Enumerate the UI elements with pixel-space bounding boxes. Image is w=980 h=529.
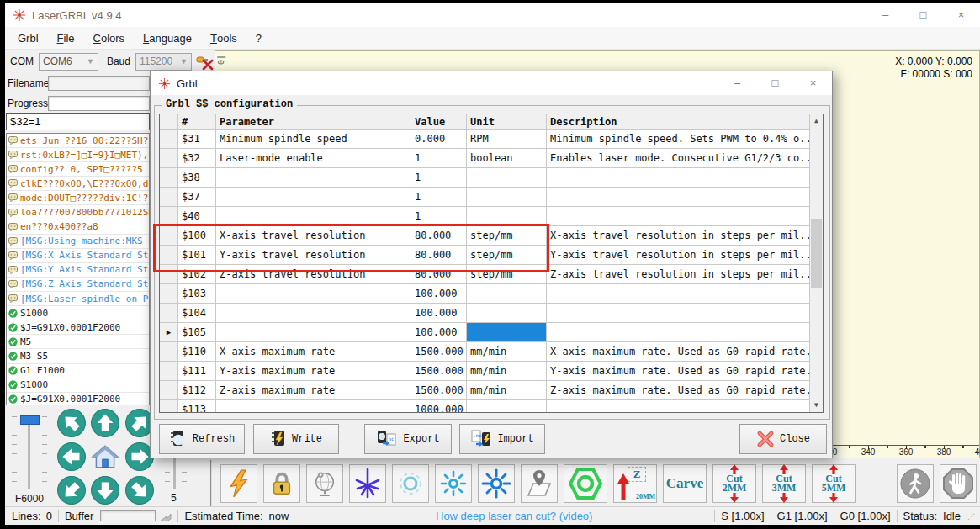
cell-parameter[interactable]: Z-axis travel resolution [216, 265, 411, 283]
cell-param-id[interactable]: $105 [178, 323, 216, 341]
scrollbar-thumb[interactable] [811, 219, 822, 288]
stop-button[interactable] [940, 464, 977, 503]
table-row[interactable]: $401 [160, 207, 823, 226]
row-selector[interactable] [160, 188, 178, 206]
close-button[interactable]: × [942, 3, 980, 27]
log-item[interactable]: M3 S5 [7, 349, 149, 363]
cell-description[interactable] [547, 400, 811, 413]
row-selector[interactable] [160, 207, 178, 225]
cell-unit[interactable]: boolean [467, 149, 547, 167]
table-row[interactable]: $100X-axis travel resolution80.000step/m… [160, 226, 823, 246]
write-button[interactable]: Write [253, 424, 339, 454]
log-item[interactable]: G1 F1000 [7, 364, 149, 378]
cell-value[interactable]: 80.000 [411, 246, 467, 264]
cell-param-id[interactable]: $111 [178, 362, 216, 380]
minimize-button[interactable]: – [866, 3, 904, 27]
cell-value[interactable]: 80.000 [411, 265, 467, 283]
scroll-down-icon[interactable]: ▼ [810, 399, 823, 412]
cell-unit[interactable] [467, 400, 547, 413]
config-table[interactable]: #ParameterValueUnitDescription $31Minimu… [159, 114, 824, 413]
log-item[interactable]: clkE???0x00,\E???0x00,dE? [7, 177, 149, 191]
frame-button[interactable] [564, 464, 607, 503]
jog-up-button[interactable] [90, 408, 120, 438]
log-item[interactable]: $J=G91X0.0001F2000 [7, 320, 149, 335]
row-selector[interactable] [160, 168, 178, 187]
home-button[interactable] [90, 442, 120, 472]
log-item[interactable]: config?? 0, SPI□?????5 [7, 162, 149, 177]
com-port-select[interactable]: COM6 ▼ [39, 53, 98, 71]
dialog-titlebar[interactable]: Grbl – □ × [151, 71, 832, 95]
cell-description[interactable] [547, 188, 811, 206]
help-video-link[interactable]: How deep laser can cut? (video) [436, 510, 592, 522]
cell-parameter[interactable] [216, 304, 411, 322]
table-row[interactable]: $110X-axis maximum rate1500.000mm/minX-a… [160, 342, 823, 362]
table-row[interactable]: $1131000.000 [160, 400, 823, 413]
cell-value[interactable]: 1 [411, 188, 467, 206]
cell-unit[interactable] [467, 168, 547, 187]
menu-item-file[interactable]: File [48, 27, 84, 49]
disconnect-button[interactable] [195, 52, 215, 71]
cell-description[interactable] [547, 168, 811, 187]
row-selector[interactable] [160, 246, 178, 264]
menu-item-tools[interactable]: Tools [201, 27, 246, 49]
row-selector[interactable]: ▶ [160, 323, 178, 341]
table-row[interactable]: $31Minimum spindle speed0.000RPMMinimum … [160, 130, 823, 149]
scroll-up-icon[interactable]: ▲ [810, 114, 823, 128]
cell-unit[interactable] [467, 207, 547, 225]
cell-value[interactable]: 1 [411, 168, 467, 187]
jog-down-button[interactable] [90, 475, 120, 505]
log-item[interactable]: loa????007800bb???1012SH? [7, 205, 149, 220]
cut-2mm-button[interactable]: Cut 2MM [712, 464, 756, 503]
row-selector[interactable] [160, 381, 178, 399]
cell-parameter[interactable] [216, 168, 411, 187]
cut-3mm-button[interactable]: Cut 3MM [762, 464, 806, 503]
row-selector[interactable] [160, 342, 178, 361]
cell-description[interactable]: Y-axis travel resolution in steps per mi… [547, 246, 811, 264]
blink-button[interactable] [392, 464, 429, 503]
cell-value[interactable]: 1500.000 [411, 381, 467, 399]
jog-down-left-button[interactable] [56, 475, 87, 505]
cell-param-id[interactable]: $110 [178, 342, 216, 361]
feed-slider-handle[interactable] [20, 415, 40, 425]
cell-param-id[interactable]: $112 [178, 381, 216, 399]
filename-input[interactable] [48, 76, 150, 91]
cell-param-id[interactable]: $103 [178, 284, 216, 303]
table-row[interactable]: $102Z-axis travel resolution80.000step/m… [160, 265, 823, 284]
close-config-button[interactable]: Close [739, 424, 827, 454]
cell-description[interactable]: X-axis travel resolution in steps per mi… [547, 226, 811, 245]
row-selector[interactable] [160, 226, 178, 245]
log-item[interactable]: [MSG:X Axis Standard Step [7, 249, 149, 263]
cell-description[interactable]: Z-axis travel resolution in steps per mi… [547, 265, 811, 283]
row-selector[interactable] [160, 284, 178, 303]
log-item[interactable]: ets Jun ??16 00:22??SH? [7, 134, 149, 148]
focus-strong-button[interactable] [478, 464, 515, 503]
table-row[interactable]: $112Z-axis maximum rate1500.000mm/minZ-a… [160, 381, 823, 400]
cell-unit[interactable]: mm/min [467, 381, 547, 399]
cell-description[interactable] [547, 207, 811, 225]
dialog-close-button[interactable]: × [794, 71, 832, 95]
cell-value[interactable]: 1500.000 [411, 342, 467, 361]
cell-parameter[interactable]: Minimum spindle speed [216, 130, 411, 148]
cell-unit[interactable] [467, 323, 547, 341]
dialog-maximize-button[interactable]: □ [756, 71, 794, 95]
cell-parameter[interactable]: Laser-mode enable [216, 149, 411, 167]
import-button[interactable]: .nc Import [459, 424, 545, 454]
cell-description[interactable]: Z-axis maximum rate. Used as G0 rapid ra… [547, 381, 811, 399]
cell-parameter[interactable] [216, 400, 411, 413]
cell-value[interactable]: 80.000 [411, 226, 467, 245]
cell-value[interactable]: 1500.000 [411, 362, 467, 380]
z-up-20mm-button[interactable]: Z 20MM [613, 464, 657, 503]
cell-unit[interactable]: step/mm [467, 246, 547, 264]
command-input[interactable]: $32=1 [6, 113, 150, 130]
cell-description[interactable] [547, 304, 811, 322]
cell-unit[interactable]: RPM [467, 130, 547, 148]
table-row[interactable]: $104100.000 [160, 304, 823, 323]
cell-description[interactable] [547, 284, 811, 303]
baud-select[interactable]: 115200 ▼ [135, 53, 192, 71]
menu-item-help[interactable]: ? [246, 27, 271, 49]
cell-param-id[interactable]: $101 [178, 246, 216, 264]
cell-parameter[interactable]: Y-axis maximum rate [216, 362, 411, 380]
cell-value[interactable]: 1 [411, 207, 467, 225]
cell-value[interactable]: 100.000 [411, 323, 467, 341]
cell-param-id[interactable]: $104 [178, 304, 216, 322]
